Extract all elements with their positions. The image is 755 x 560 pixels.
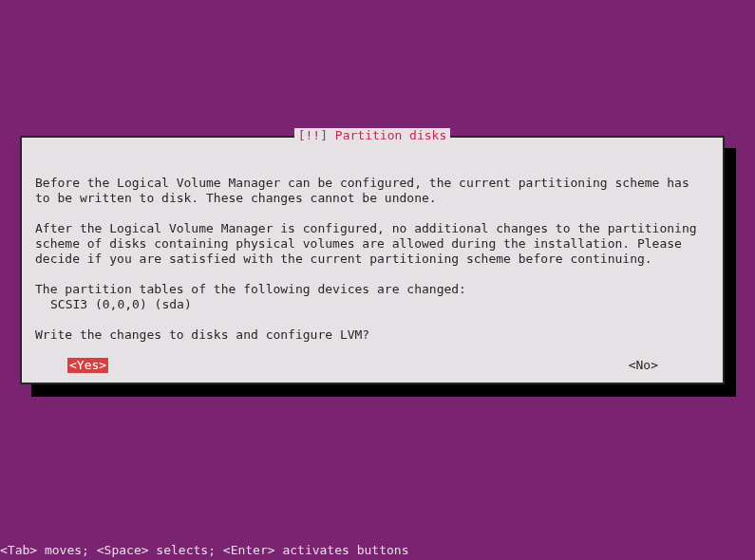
dialog-paragraph-2: After the Logical Volume Manager is conf… <box>35 221 709 267</box>
dialog-title: [!!] Partition disks <box>22 128 723 143</box>
dialog-paragraph-1: Before the Logical Volume Manager can be… <box>35 176 709 206</box>
partition-disks-dialog: [!!] Partition disks Before the Logical … <box>20 136 725 384</box>
no-button[interactable]: <No> <box>629 358 658 373</box>
yes-button[interactable]: <Yes> <box>67 358 108 373</box>
devices-header: The partition tables of the following de… <box>35 282 709 297</box>
dialog-title-text: [!!] Partition disks <box>294 128 451 142</box>
device-entry: SCSI3 (0,0,0) (sda) <box>35 297 709 312</box>
dialog-question: Write the changes to disks and configure… <box>35 327 709 343</box>
button-row: <Yes> <No> <box>35 358 709 373</box>
keyboard-hint-bar: <Tab> moves; <Space> selects; <Enter> ac… <box>0 543 408 560</box>
dialog-body: Before the Logical Volume Manager can be… <box>22 138 723 386</box>
